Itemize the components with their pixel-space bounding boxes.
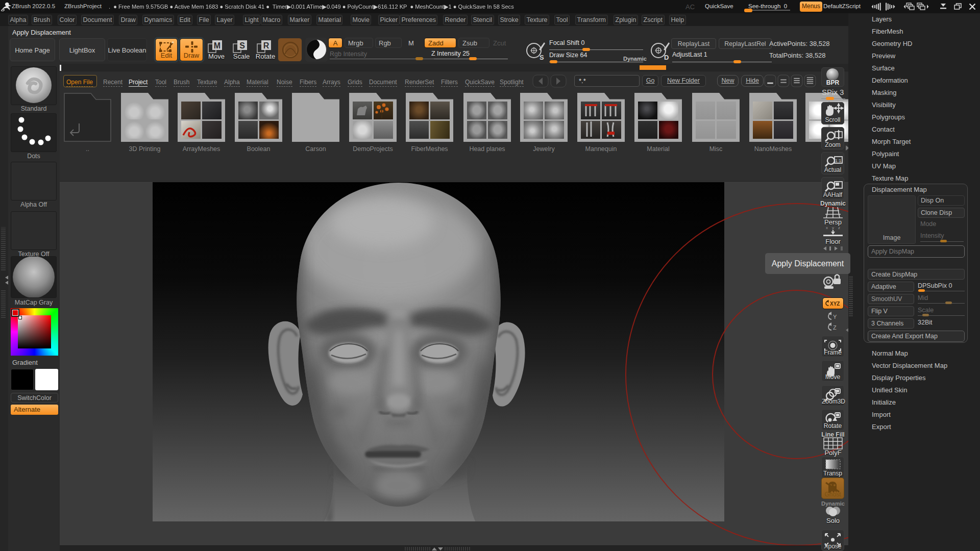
svg-text:Y: Y [833, 314, 837, 320]
svg-text:Z: Z [833, 324, 837, 331]
svg-text:D: D [664, 54, 669, 61]
svg-text:y: y [832, 226, 834, 230]
svg-text:x: x [826, 226, 828, 230]
svg-text:S: S [540, 54, 544, 61]
svg-text:z: z [838, 226, 840, 230]
svg-text:M: M [214, 41, 220, 50]
svg-text:R: R [263, 41, 270, 50]
svg-text:1:1: 1:1 [835, 158, 842, 163]
svg-text:S: S [239, 41, 245, 50]
svg-text:BPR: BPR [826, 79, 840, 86]
svg-text:XYZ: XYZ [830, 301, 840, 307]
